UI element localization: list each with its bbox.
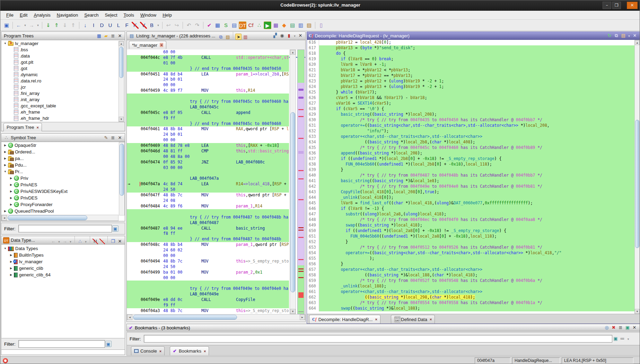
menu-select[interactable]: Select — [102, 11, 120, 19]
listing-line[interactable]: 00 00 — [127, 275, 289, 281]
tab-lv-manager[interactable]: *lv_manager × — [129, 41, 166, 49]
select-columns-icon[interactable]: ▣ — [624, 325, 631, 331]
decompile-line[interactable]: 664 swap((basic_string *)&local_188); — [307, 306, 635, 311]
associations-dropdown-icon[interactable]: ▾ — [84, 239, 88, 245]
decompile-line[interactable]: 653 /* try { // try from 004f0512 to 004… — [307, 245, 635, 250]
book-icon[interactable]: ▮ — [286, 33, 292, 39]
decompile-line[interactable]: 628 if (cVar5 == '\0') { — [307, 106, 635, 112]
listing-line[interactable]: LAB_004f0487 — [127, 220, 289, 226]
decompile-line[interactable]: 635 /* try { // try from 004f045c to 004… — [307, 145, 635, 151]
close-icon[interactable]: ✕ — [297, 33, 304, 39]
memory-map-icon[interactable]: ▦ — [214, 21, 221, 29]
listing-line[interactable]: 004f04a3MOVthis=>_S_empty_rep_storag48 8… — [127, 308, 289, 314]
tree-item-pdu[interactable]: ▶Pdu... — [1, 162, 125, 168]
menu-analysis[interactable]: Analysis — [30, 11, 53, 19]
decompile-line[interactable]: 641 basic_string((basic_string *)&local_… — [307, 178, 635, 184]
symbol-tree-scrollbar[interactable] — [119, 142, 125, 215]
listing-line[interactable]: 24 50 — [127, 264, 289, 270]
tree-item-got[interactable]: .got — [1, 65, 125, 71]
snapshot-icon[interactable]: ◉ — [279, 33, 285, 39]
apply-patch-disabled-icon[interactable]: ⇓ — [61, 21, 69, 29]
listing-line[interactable]: 004f0487CALLbasic_stringe8 94 ee — [127, 226, 289, 231]
minimize-button[interactable]: – — [603, 2, 611, 9]
decompile-line[interactable]: 647 substr((ulong)local_2a8,(ulong)local… — [307, 212, 635, 217]
apply-patch-icon[interactable]: ⇓ — [44, 21, 52, 29]
undo-icon[interactable]: ↶ — [185, 21, 193, 29]
listing-line[interactable]: 01 00 — [127, 61, 289, 66]
markup-data-icon[interactable]: D — [98, 21, 106, 29]
decompile-line[interactable]: 639 } — [307, 167, 635, 173]
decompile-line[interactable]: 661 operator+<char,std--char_traits<char… — [307, 289, 635, 295]
listing-line[interactable]: 004f044cCALLstd::operator+<char,std-e8 7… — [127, 55, 289, 61]
menu-help[interactable]: Help — [159, 11, 175, 19]
markup-byte-icon[interactable]: B — [148, 21, 156, 29]
table-add-icon[interactable]: ▥ — [297, 21, 305, 29]
clear-code-icon[interactable]: K — [131, 21, 139, 29]
listing-line[interactable]: 004f0459MOVthis,R144c 89 f7 — [127, 88, 289, 94]
listing-hscrollbar[interactable]: ◄ ► — [127, 314, 305, 320]
forward-dropdown-icon[interactable]: ▾ — [69, 239, 72, 245]
program-tree-scrollbar[interactable]: ▲▼ — [119, 41, 124, 122]
hide-pointers-icon[interactable]: ☞ — [99, 238, 105, 245]
back-icon[interactable]: ← — [15, 21, 23, 29]
tree-item-lv-manager[interactable]: ▶✓lv_manager — [1, 258, 125, 265]
listing-scrollbar[interactable]: ▲ ▼ — [290, 50, 296, 314]
tree-item-init-array[interactable]: .init_array — [1, 96, 125, 103]
decompile-line[interactable]: 642 /* try { // try from 004f049e to 004… — [307, 184, 635, 189]
close-icon[interactable]: ✕ — [631, 325, 638, 331]
data-type-manager-icon[interactable]: DT — [239, 21, 246, 29]
copy-icon[interactable]: ⧉ — [613, 33, 620, 39]
symbol-filter-input[interactable] — [18, 225, 112, 232]
listing-line[interactable]: try { // try from 004f049e to 004f04e0 h… — [127, 286, 289, 292]
listing-line[interactable] — [127, 281, 289, 286]
new-tree-icon[interactable]: ▦ — [96, 33, 102, 39]
decompile-line[interactable]: 662 ((basic_string *)local_298,(char *)l… — [307, 295, 635, 300]
back-dropdown-icon[interactable]: ▾ — [23, 21, 27, 29]
decompile-line[interactable]: 638 FUN_004e5b60((undefined1 *)(local_2b… — [307, 162, 635, 167]
decompile-line[interactable]: 617 pbVar13 = (byte *)"send_to_disk"; — [307, 45, 635, 51]
close-icon[interactable]: × — [204, 349, 206, 353]
tree-item-fini-array[interactable]: .fini_array — [1, 90, 125, 96]
listing-line[interactable]: 004f045cCALLappende8 8f 05 — [127, 110, 289, 116]
listing-line[interactable]: } // end try from 004f0487 to 004f048b — [127, 237, 289, 242]
decompile-line[interactable]: 655 ); — [307, 256, 635, 261]
delete-icon[interactable]: ✖ — [611, 325, 617, 331]
decompile-line[interactable]: 640 /* try { // try from 004f0487 to 004… — [307, 173, 635, 178]
menu-icon[interactable]: ≣ — [110, 135, 116, 141]
listing-navigation-margin[interactable] — [297, 50, 305, 314]
hide-names-icon[interactable]: N — [92, 238, 98, 245]
book-dropdown-icon[interactable]: ▾ — [293, 33, 297, 39]
listing-line[interactable]: 004f0469LEAthis,[RAX + -0x18]48 8d 78 e8 — [127, 143, 289, 149]
decompile-line[interactable]: 663 /* try { // try from 004f0554 to 004… — [307, 300, 635, 306]
listing-line[interactable]: 004f047fMOVthis,qword ptr [RSP + loc48 8… — [127, 193, 289, 198]
listing-line[interactable]: try { // try from 004f045c to 004f0460 h… — [127, 99, 289, 105]
close-icon[interactable]: × — [36, 125, 38, 130]
close-icon[interactable]: × — [375, 317, 377, 321]
close-icon[interactable]: × — [430, 317, 432, 321]
listing-line[interactable]: 60 00 — [127, 50, 289, 55]
forward-icon[interactable]: → — [28, 21, 35, 29]
decompile-line[interactable]: 634 ((basic_string *)local_2b8,(char *)l… — [307, 140, 635, 145]
listing-line[interactable]: 00 00 — [127, 137, 289, 143]
listing-line[interactable]: →004f047aLEAR14=>local_418,[RSP + 0x54c … — [127, 181, 289, 187]
snapshot-forward-icon[interactable]: ↪ — [173, 21, 181, 29]
menu-file[interactable]: File — [3, 11, 17, 19]
run-script-icon[interactable]: ▶ — [264, 21, 271, 29]
bytes-view-icon[interactable]: ▤ — [230, 21, 238, 29]
tree-item-privdes[interactable]: ▶CPrivDES — [1, 195, 125, 201]
back-dropdown-icon[interactable]: ▾ — [57, 239, 61, 245]
redo-icon[interactable]: ↷ — [193, 21, 201, 29]
decompile-line[interactable]: 645 lVar8 = find_last_of((char *)local_4… — [307, 201, 635, 206]
markup-undefined-icon[interactable]: U — [106, 21, 114, 29]
decompile-line[interactable]: 644 _unlink(local_418[0]); — [307, 195, 635, 201]
tree-item-data-types[interactable]: ▼Data Types — [1, 245, 125, 252]
decompile-line[interactable]: 636 append((basic_string *)local_208); — [307, 151, 635, 156]
listing-line[interactable]: 004f0484MOVparam_1,R144c 89 f6 — [127, 204, 289, 209]
edit-icon[interactable]: ✎ — [103, 135, 109, 141]
decompile-line[interactable]: 621 bVar18 = *pbVar12 < *pbVar13; — [307, 68, 635, 73]
decompile-line[interactable]: 654 operator+=((basic_string<char,std--c… — [307, 250, 635, 256]
tab-decompile[interactable]: Cf Decompile: HandleDiagR... × — [309, 315, 380, 323]
bookmarks-filter-input[interactable] — [144, 335, 612, 343]
menu-edit[interactable]: Edit — [17, 11, 30, 19]
listing-line[interactable]: LAB_004f045c — [127, 105, 289, 110]
